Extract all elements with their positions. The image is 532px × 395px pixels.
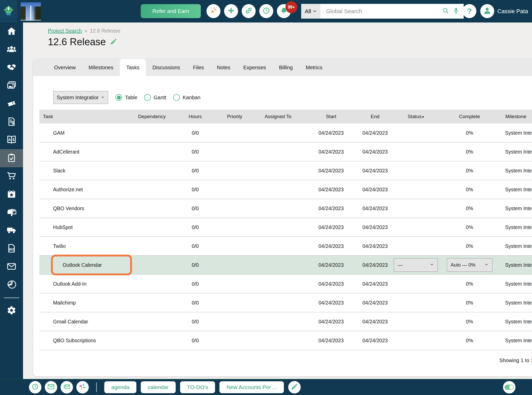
contacts-icon bbox=[7, 44, 16, 55]
quick-button-calendar[interactable]: calendar bbox=[141, 381, 176, 393]
task-row: GAM0/004/24/202304/24/20230%System Integ… bbox=[39, 124, 532, 142]
sidebar-item-contacts[interactable] bbox=[0, 41, 23, 59]
slack-button[interactable] bbox=[76, 381, 89, 393]
cell-task: Slack bbox=[39, 168, 132, 174]
waterfall-photo-thumbnail[interactable] bbox=[21, 2, 41, 21]
help-button[interactable]: ? bbox=[462, 4, 476, 18]
toggle-on-icon bbox=[505, 385, 514, 390]
col-header-start: Start bbox=[306, 114, 356, 119]
mail-button[interactable] bbox=[45, 381, 57, 393]
cell-milestone: System Integration bbox=[501, 300, 532, 306]
user-name[interactable]: Cassie Pata bbox=[497, 0, 528, 22]
view-radio-table[interactable]: Table bbox=[115, 94, 137, 101]
search-scope-select[interactable]: All bbox=[301, 4, 320, 19]
mail-lines-button[interactable] bbox=[61, 381, 73, 393]
link-button[interactable] bbox=[242, 4, 256, 18]
sidebar-item-shipping[interactable] bbox=[0, 222, 23, 240]
status-select-value: — bbox=[398, 262, 403, 268]
refer-and-earn-button[interactable]: Refer and Earn bbox=[141, 4, 201, 18]
tab-metrics[interactable]: Metrics bbox=[299, 59, 329, 76]
tab-overview[interactable]: Overview bbox=[48, 59, 82, 76]
svg-text:W2: W2 bbox=[9, 247, 14, 251]
tab-milestones[interactable]: Milestones bbox=[82, 59, 120, 76]
pencil-icon bbox=[291, 383, 298, 391]
cell-milestone: System Integration bbox=[501, 319, 532, 325]
sidebar-item-events[interactable] bbox=[0, 185, 23, 203]
cell-end-date: 04/24/2023 bbox=[356, 262, 394, 268]
cell-milestone: System Integration bbox=[501, 168, 532, 174]
global-search-input[interactable] bbox=[326, 8, 439, 15]
quick-button-new-accounts-per[interactable]: New Accounts Per ... bbox=[219, 381, 284, 393]
sidebar-item-tickets[interactable] bbox=[0, 95, 23, 113]
sidebar-item-partners[interactable] bbox=[0, 59, 23, 77]
cell-end-date: 04/24/2023 bbox=[356, 168, 394, 174]
cell-milestone: System Integration bbox=[501, 224, 532, 230]
cell-end-date: 04/24/2023 bbox=[356, 187, 394, 193]
clock-button[interactable] bbox=[29, 381, 41, 393]
task-row: AdCellerant0/004/24/202304/24/20230%Syst… bbox=[39, 142, 532, 161]
sidebar-item-w2-forms[interactable]: W2 bbox=[0, 240, 23, 258]
party-popper-button[interactable] bbox=[206, 4, 220, 18]
task-row-highlighted: Outlook Calendar0/004/24/202304/24/2023—… bbox=[39, 256, 532, 275]
tab-discussions[interactable]: Discussions bbox=[146, 59, 187, 76]
tab-billing[interactable]: Billing bbox=[272, 59, 299, 76]
cell-complete: 0% bbox=[438, 300, 501, 306]
left-sidebar: $A$W2 bbox=[0, 22, 23, 379]
quick-button-to-do-s[interactable]: TO-DO's bbox=[180, 381, 215, 393]
cell-complete: 0% bbox=[438, 243, 501, 249]
bottombar-divider bbox=[96, 382, 97, 392]
breadcrumb-project-search-link[interactable]: Project Search bbox=[48, 28, 82, 34]
history-icon bbox=[262, 7, 270, 16]
tab-tasks[interactable]: Tasks bbox=[120, 59, 146, 76]
cell-task: GAM bbox=[39, 130, 132, 136]
bell-button[interactable]: 99+ bbox=[277, 4, 291, 18]
sidebar-item-mailbox[interactable] bbox=[0, 203, 23, 222]
cell-milestone: System Integration bbox=[501, 206, 532, 211]
task-row: Slack0/004/24/202304/24/20230%System Int… bbox=[39, 161, 532, 180]
milestone-filter-select[interactable]: System Integration bbox=[53, 91, 108, 104]
radio-circle-icon bbox=[115, 94, 122, 101]
search-icon[interactable] bbox=[442, 7, 449, 15]
status-select[interactable]: — bbox=[394, 258, 438, 272]
cell-start-date: 04/24/2023 bbox=[306, 338, 356, 344]
sidebar-item-media[interactable] bbox=[0, 77, 23, 95]
cell-start-date: 04/24/2023 bbox=[306, 319, 356, 325]
tab-files[interactable]: Files bbox=[187, 59, 210, 76]
microphone-icon[interactable] bbox=[453, 7, 460, 15]
plus-button[interactable] bbox=[224, 4, 238, 18]
history-button[interactable] bbox=[259, 4, 273, 18]
sort-indicator-icon: ▾ bbox=[422, 115, 424, 119]
tab-notes[interactable]: Notes bbox=[210, 59, 237, 76]
app-logo[interactable] bbox=[0, 0, 17, 22]
cell-milestone: System Integration bbox=[501, 149, 532, 155]
mail-lines-icon bbox=[63, 383, 70, 391]
sidebar-item-invoices[interactable]: $ bbox=[0, 113, 23, 131]
cell-task: Mailchimp bbox=[39, 300, 132, 306]
sidebar-item-tasks[interactable] bbox=[0, 149, 23, 167]
cell-task: AdCellerant bbox=[39, 149, 132, 155]
breadcrumb: Project Search » 12.6 Release bbox=[48, 28, 120, 34]
sidebar-item-accounts-payable[interactable]: A$ bbox=[0, 131, 23, 149]
availability-toggle[interactable] bbox=[503, 381, 515, 393]
user-avatar[interactable] bbox=[480, 4, 494, 18]
sidebar-item-email[interactable] bbox=[0, 258, 23, 276]
cell-end-date: 04/24/2023 bbox=[356, 243, 394, 249]
tab-expenses[interactable]: Expenses bbox=[237, 59, 272, 76]
sidebar-item-reports[interactable] bbox=[0, 276, 23, 294]
edit-title-pencil-icon[interactable] bbox=[110, 38, 117, 46]
sidebar-item-orders[interactable] bbox=[0, 167, 23, 185]
view-radio-kanban[interactable]: Kanban bbox=[173, 94, 201, 101]
sidebar-item-home[interactable] bbox=[0, 22, 23, 41]
quick-button-agenda[interactable]: agenda bbox=[104, 381, 136, 393]
col-header-end: End bbox=[356, 114, 394, 119]
cell-task: Outlook Add-In bbox=[39, 281, 132, 287]
complete-select[interactable]: Auto — 0% bbox=[447, 258, 492, 272]
view-radio-gantt[interactable]: Gantt bbox=[144, 94, 166, 101]
col-header-assigned-to: Assigned To bbox=[250, 114, 306, 119]
cell-complete: 0% bbox=[438, 319, 501, 325]
edit-pencil-button[interactable] bbox=[288, 381, 301, 393]
col-header-status[interactable]: Status▾ bbox=[394, 114, 438, 119]
cell-complete: 0% bbox=[438, 224, 501, 230]
sidebar-item-settings[interactable] bbox=[0, 302, 23, 320]
slack-icon bbox=[79, 383, 86, 391]
